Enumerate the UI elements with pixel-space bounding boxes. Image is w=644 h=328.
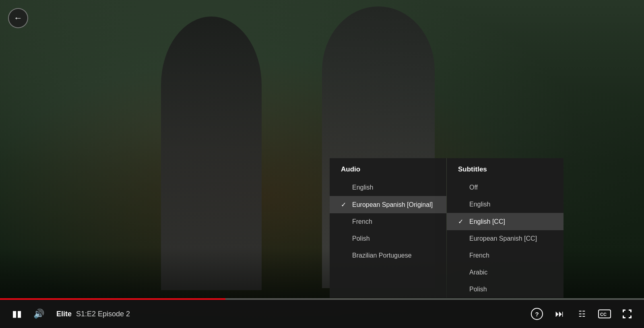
subtitle-off-label: Off <box>469 184 478 191</box>
subtitle-item-english-cc[interactable]: ✓ English [CC] <box>447 213 564 230</box>
av-settings-menu: Audio English ✓ European Spanish [Origin… <box>330 158 564 298</box>
subtitle-english-cc-label: English [CC] <box>469 218 505 225</box>
audio-panel-header: Audio <box>330 158 446 179</box>
audio-european-spanish-label: European Spanish [Original] <box>352 201 433 208</box>
subtitle-polish-label: Polish <box>469 286 487 293</box>
audio-item-brazilian-portuguese[interactable]: Brazilian Portuguese <box>330 247 446 264</box>
show-name: Elite <box>56 310 72 318</box>
fullscreen-button[interactable] <box>620 307 634 321</box>
subtitles-panel-header: Subtitles <box>447 158 564 179</box>
volume-button[interactable]: 🔊 <box>31 307 46 321</box>
back-button[interactable]: ← <box>8 8 28 28</box>
episodes-icon: ☷ <box>578 309 586 319</box>
subtitle-item-european-spanish-cc[interactable]: European Spanish [CC] <box>447 230 564 247</box>
audio-item-european-spanish[interactable]: ✓ European Spanish [Original] <box>330 196 446 213</box>
subtitle-english-label: English <box>469 201 490 208</box>
help-icon: ? <box>531 308 543 320</box>
pause-icon: ▮▮ <box>12 309 22 319</box>
controls-bar: ▮▮ 🔊 Elite S1:E2 Episode 2 ? ⏭ ☷ CC <box>0 300 644 328</box>
audio-item-english[interactable]: English <box>330 179 446 196</box>
audio-english-label: English <box>352 184 373 191</box>
help-button[interactable]: ? <box>530 307 544 321</box>
subtitle-item-off[interactable]: Off <box>447 179 564 196</box>
episodes-button[interactable]: ☷ <box>575 307 589 321</box>
svg-text:CC: CC <box>600 312 607 317</box>
back-icon: ← <box>14 13 23 23</box>
fullscreen-icon <box>622 309 632 319</box>
pause-button[interactable]: ▮▮ <box>10 307 24 321</box>
volume-icon: 🔊 <box>33 309 44 319</box>
subtitle-item-polish[interactable]: Polish <box>447 281 564 298</box>
audio-brazilian-portuguese-label: Brazilian Portuguese <box>352 252 412 259</box>
audio-polish-label: Polish <box>352 235 370 242</box>
subtitles-panel: Subtitles Off English ✓ English [CC] Eur… <box>447 158 564 298</box>
next-icon: ⏭ <box>555 309 564 319</box>
next-episode-button[interactable]: ⏭ <box>552 307 567 321</box>
audio-panel: Audio English ✓ European Spanish [Origin… <box>330 158 446 298</box>
check-icon: ✓ <box>458 218 465 225</box>
episode-info: S1:E2 Episode 2 <box>76 310 130 318</box>
cc-icon: CC <box>598 309 611 318</box>
audio-item-polish[interactable]: Polish <box>330 230 446 247</box>
subtitles-button[interactable]: CC <box>597 307 612 321</box>
subtitle-item-english[interactable]: English <box>447 196 564 213</box>
subtitle-french-label: French <box>469 252 489 259</box>
audio-french-label: French <box>352 218 372 225</box>
subtitle-item-arabic[interactable]: Arabic <box>447 264 564 281</box>
subtitle-item-french[interactable]: French <box>447 247 564 264</box>
subtitle-european-spanish-cc-label: European Spanish [CC] <box>469 235 537 242</box>
audio-item-french[interactable]: French <box>330 213 446 230</box>
show-title: Elite S1:E2 Episode 2 <box>56 310 130 318</box>
subtitle-arabic-label: Arabic <box>469 269 487 276</box>
check-icon: ✓ <box>341 201 348 208</box>
right-controls: ? ⏭ ☷ CC <box>530 307 634 321</box>
